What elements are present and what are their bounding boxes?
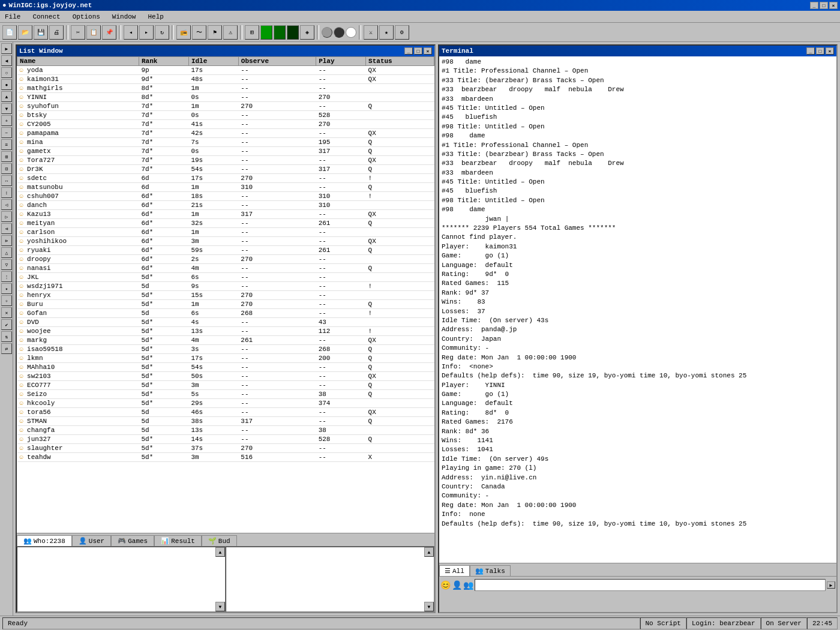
sb-icon-23[interactable]: ✕ [1, 307, 12, 318]
tb-warn[interactable]: ⚠ [223, 25, 238, 40]
sb-icon-3[interactable]: ○ [1, 67, 12, 78]
list-maximize-btn[interactable]: □ [414, 47, 422, 55]
tb-green1[interactable] [260, 25, 272, 40]
terminal-tab-talks[interactable]: 👥 Talks [470, 565, 511, 576]
tb-refresh[interactable]: ↻ [155, 25, 169, 40]
table-row[interactable]: ☺ Kazu13 6d* 1m 317 -- QX [17, 210, 434, 219]
terminal-input-field[interactable] [475, 579, 826, 591]
table-row[interactable]: ☺ isao59518 5d* 3s -- 268 Q [17, 345, 434, 354]
sb-icon-17[interactable]: ⊳ [1, 235, 12, 246]
tb-circle-black[interactable] [334, 27, 344, 38]
sb-icon-20[interactable]: ⋮ [1, 271, 12, 282]
tb-new[interactable]: 📄 [2, 25, 17, 40]
sb-icon-26[interactable]: ⇄ [1, 343, 12, 354]
table-row[interactable]: ☺ nanasi 6d* 4m -- -- Q [17, 264, 434, 273]
table-row[interactable]: ☺ woojee 5d* 13s -- 112 ! [17, 327, 434, 336]
sb-icon-10[interactable]: ⊞ [1, 151, 12, 162]
list-input-right-textarea[interactable] [226, 547, 434, 611]
menu-help[interactable]: Help [145, 13, 166, 21]
tb-copy[interactable]: 📋 [86, 25, 101, 40]
table-row[interactable]: ☺ btsky 7d* 0s -- 528 [17, 111, 434, 120]
table-row[interactable]: ☺ kaimon31 9d* 48s -- -- QX [17, 75, 434, 84]
table-row[interactable]: ☺ markg 5d* 4m 261 -- QX [17, 336, 434, 345]
table-row[interactable]: ☺ ECO777 5d* 3m -- -- Q [17, 381, 434, 390]
tb-settings[interactable]: ⚙ [395, 25, 409, 40]
table-row[interactable]: ☺ danch 6d* 21s -- 310 [17, 201, 434, 210]
table-row[interactable]: ☺ ryuaki 6d* 59s -- 261 Q [17, 246, 434, 255]
table-row[interactable]: ☺ slaughter 5d* 37s 270 -- [17, 444, 434, 453]
tb-radio[interactable]: 📻 [176, 25, 191, 40]
sb-icon-1[interactable]: ▶ [1, 43, 12, 54]
tb-print[interactable]: 🖨 [49, 25, 64, 40]
table-row[interactable]: ☺ jun327 5d* 14s -- 528 Q [17, 435, 434, 444]
sb-icon-16[interactable]: ⊲ [1, 223, 12, 234]
terminal-maximize-btn[interactable]: □ [816, 47, 824, 55]
table-row[interactable]: ☺ syuhofun 7d* 1m 270 -- Q [17, 102, 434, 111]
table-row[interactable]: ☺ Dr3K 7d* 54s -- 317 Q [17, 165, 434, 174]
list-scroll-up-right[interactable]: ▲ [424, 547, 434, 557]
table-row[interactable]: ☺ henryx 5d* 15s 270 -- [17, 291, 434, 300]
table-row[interactable]: ☺ Seizo 5d* 5s -- 38 Q [17, 390, 434, 399]
sb-icon-6[interactable]: ▼ [1, 103, 12, 114]
tb-flag[interactable]: ⚑ [208, 25, 222, 40]
menu-connect[interactable]: Connect [30, 13, 62, 21]
tab-user[interactable]: 👤 User [72, 535, 111, 546]
tb-circle-white[interactable] [346, 27, 356, 38]
list-scroll-down-right[interactable]: ▼ [424, 602, 434, 611]
table-row[interactable]: ☺ yoshihikoo 6d* 3m -- -- QX [17, 237, 434, 246]
tb-circle-gray[interactable] [322, 27, 332, 38]
menu-window[interactable]: Window [110, 13, 139, 21]
tb-board[interactable]: ⊞ [245, 25, 259, 40]
table-row[interactable]: ☺ Tora727 7d* 19s -- -- QX [17, 156, 434, 165]
sb-icon-25[interactable]: ⇅ [1, 331, 12, 342]
table-row[interactable]: ☺ Buru 5d* 1m 270 -- Q [17, 300, 434, 309]
sb-icon-19[interactable]: ▽ [1, 259, 12, 270]
sb-icon-9[interactable]: ≡ [1, 139, 12, 150]
tb-cut[interactable]: ✂ [71, 25, 85, 40]
close-button[interactable]: × [829, 2, 838, 9]
tab-bud[interactable]: 🌱 Bud [202, 535, 237, 546]
sb-icon-13[interactable]: ↕ [1, 187, 12, 198]
table-row[interactable]: ☺ hkcooly 5d* 29s -- 374 [17, 399, 434, 408]
table-row[interactable]: ☺ STMAN 5d 38s 317 -- Q [17, 417, 434, 426]
table-row[interactable]: ☺ Gofan 5d 6s 268 -- ! [17, 309, 434, 318]
table-row[interactable]: ☺ yoda 9p 17s -- -- QX [17, 66, 434, 75]
sb-icon-18[interactable]: △ [1, 247, 12, 258]
sb-icon-7[interactable]: + [1, 115, 12, 126]
table-row[interactable]: ☺ carlson 6d* 1m -- -- [17, 228, 434, 237]
sb-icon-21[interactable]: ✦ [1, 283, 12, 294]
table-row[interactable]: ☺ gametx 7d* 0s -- 317 Q [17, 147, 434, 156]
menu-options[interactable]: Options [70, 13, 103, 21]
table-row[interactable]: ☺ lkmn 5d* 17s -- 200 Q [17, 354, 434, 363]
tab-who[interactable]: 👥 Who:2238 [17, 535, 72, 546]
tb-star[interactable]: ★ [379, 25, 394, 40]
maximize-button[interactable]: □ [820, 2, 828, 9]
tb-green3[interactable] [287, 25, 299, 40]
table-row[interactable]: ☺ mathgirls 8d* 1m -- -- [17, 84, 434, 93]
table-row[interactable]: ☺ pamapama 7d* 42s -- -- QX [17, 129, 434, 138]
tb-open[interactable]: 📂 [18, 25, 32, 40]
table-row[interactable]: ☺ cshuh007 6d* 18s -- 310 ! [17, 192, 434, 201]
sb-icon-8[interactable]: − [1, 127, 12, 138]
sb-icon-24[interactable]: ✔ [1, 319, 12, 330]
sb-icon-5[interactable]: ▲ [1, 91, 12, 102]
table-row[interactable]: ☺ droopy 6d* 2s 270 -- [17, 255, 434, 264]
tb-paste[interactable]: 📌 [102, 25, 116, 40]
tb-d4[interactable]: ◈ [300, 25, 314, 40]
minimize-button[interactable]: _ [810, 2, 818, 9]
list-input-left-textarea[interactable] [17, 547, 225, 611]
sb-icon-2[interactable]: ◀ [1, 55, 12, 66]
sb-icon-4[interactable]: ● [1, 79, 12, 90]
sb-icon-22[interactable]: ✧ [1, 295, 12, 306]
table-row[interactable]: ☺ CY2005 7d* 41s -- 270 [17, 120, 434, 129]
tb-green2[interactable] [274, 25, 286, 40]
table-row[interactable]: ☺ DVD 5d* 4s -- 43 [17, 318, 434, 327]
terminal-tab-all[interactable]: ☰ All [439, 565, 470, 576]
table-row[interactable]: ☺ matsunobu 6d 1m 310 -- Q [17, 183, 434, 192]
list-scroll-down-left[interactable]: ▼ [215, 602, 225, 611]
table-row[interactable]: ☺ changfa 5d 13s -- 38 [17, 426, 434, 435]
tb-prev[interactable]: ◂ [124, 25, 138, 40]
table-row[interactable]: ☺ meityan 6d* 32s -- 261 Q [17, 219, 434, 228]
terminal-send-btn[interactable]: ▶ [827, 581, 835, 589]
table-row[interactable]: ☺ teahdw 5d* 3m 516 -- X [17, 453, 434, 462]
